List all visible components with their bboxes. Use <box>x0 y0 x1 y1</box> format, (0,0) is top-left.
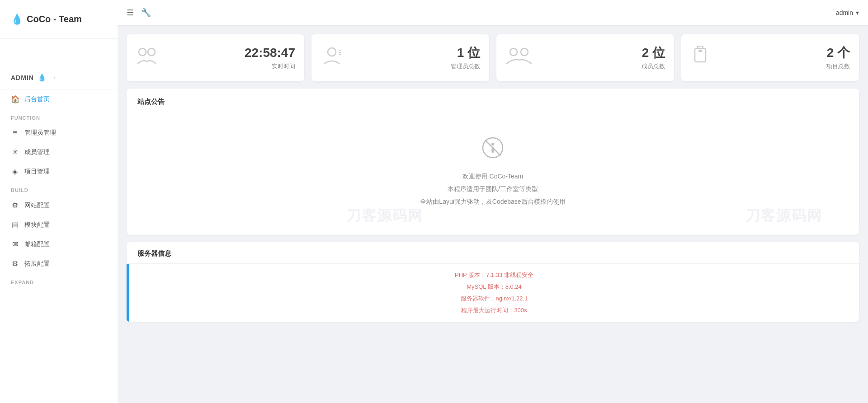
sidebar-item-home-label: 后台首页 <box>24 95 50 103</box>
function-section-label: FUNCTION <box>0 109 118 123</box>
notice-panel-title: 站点公告 <box>137 98 848 111</box>
extend-config-icon: ⚙ <box>11 259 19 268</box>
logo-text: CoCo - Team <box>27 14 82 24</box>
expand-section-label: EXPAND <box>0 273 118 288</box>
username-label: ADMIN <box>11 74 34 81</box>
home-icon: 🏠 <box>11 95 19 103</box>
server-php: PHP 版本：7.1.33 非线程安全 <box>455 271 533 279</box>
email-config-icon: ✉ <box>11 240 19 248</box>
topbar: ☰ 🔧 admin ▾ <box>118 0 868 25</box>
sidebar-item-project-mgmt[interactable]: ◈ 项目管理 <box>0 162 118 181</box>
admin-label: 管理员总数 <box>451 62 480 70</box>
settings-icon[interactable]: 🔧 <box>141 8 151 18</box>
stat-card-time: 22:58:47 实时时间 <box>127 34 304 81</box>
project-mgmt-icon: ◈ <box>11 167 19 176</box>
user-area: ADMIN 💧 → <box>0 66 118 89</box>
sidebar-item-email-label: 邮箱配置 <box>24 240 50 248</box>
server-panel: 服务器信息 PHP 版本：7.1.33 非线程安全 MySQL 版本：8.0.2… <box>127 242 859 322</box>
logo-icon: 💧 <box>11 14 23 25</box>
svg-rect-10 <box>698 50 702 52</box>
svg-point-3 <box>328 48 336 56</box>
site-config-icon: ⚙ <box>11 201 19 210</box>
svg-point-7 <box>510 48 517 56</box>
server-info-content: PHP 版本：7.1.33 非线程安全 MySQL 版本：8.0.24 服务器软… <box>127 264 859 322</box>
dropdown-icon: ▾ <box>856 9 859 16</box>
member-label: 成员总数 <box>642 62 665 70</box>
notice-content: 欢迎使用 CoCo-Team 本程序适用于团队/工作室等类型 全站由Layui强… <box>137 118 848 226</box>
member-value: 2 位 <box>642 45 665 61</box>
server-panel-title: 服务器信息 <box>127 242 859 264</box>
server-software: 服务器软件：nginx/1.22.1 <box>461 295 528 303</box>
sidebar-item-admin-label: 管理员管理 <box>24 129 56 137</box>
stat-card-admin: 1 位 管理员总数 <box>311 34 489 81</box>
time-value: 22:58:47 <box>245 45 295 61</box>
menu-toggle-icon[interactable]: ☰ <box>127 8 134 18</box>
sidebar-item-module-config[interactable]: ▤ 模块配置 <box>0 215 118 234</box>
sidebar-item-module-label: 模块配置 <box>24 221 50 229</box>
member-stat-icon <box>505 47 533 69</box>
stat-card-project: 2 个 项目总数 <box>681 34 859 81</box>
svg-point-8 <box>521 48 528 56</box>
logout-icon[interactable]: → <box>49 74 57 82</box>
water-icon[interactable]: 💧 <box>38 73 47 82</box>
sidebar-item-site-config[interactable]: ⚙ 网站配置 <box>0 196 118 215</box>
admin-value: 1 位 <box>457 45 480 61</box>
project-stat-icon <box>690 46 710 70</box>
sidebar-item-member-mgmt[interactable]: ✳ 成员管理 <box>0 142 118 162</box>
admin-mgmt-icon: ≡ <box>11 129 19 137</box>
sidebar: 💧 CoCo - Team ADMIN 💧 → 🏠 后台首页 FUNCTION … <box>0 0 118 403</box>
time-stat-icon <box>136 47 158 69</box>
project-stat-info: 2 个 项目总数 <box>717 45 850 70</box>
sidebar-item-extend-config[interactable]: ⚙ 拓展配置 <box>0 254 118 273</box>
time-label: 实时时间 <box>272 62 295 70</box>
member-stat-info: 2 位 成员总数 <box>540 45 665 70</box>
time-stat-info: 22:58:47 实时时间 <box>165 45 295 70</box>
notice-icon <box>481 136 504 164</box>
sidebar-item-member-label: 成员管理 <box>24 148 50 156</box>
admin-dropdown[interactable]: admin ▾ <box>836 9 859 16</box>
main-content: ☰ 🔧 admin ▾ 22:58:47 实时时间 <box>118 0 868 403</box>
topbar-left: ☰ 🔧 <box>127 8 151 18</box>
admin-stat-info: 1 位 管理员总数 <box>350 45 480 70</box>
sidebar-item-home[interactable]: 🏠 后台首页 <box>0 89 118 109</box>
admin-stat-icon <box>321 47 343 69</box>
member-mgmt-icon: ✳ <box>11 148 19 156</box>
project-value: 2 个 <box>827 45 850 61</box>
topbar-admin-label: admin <box>836 9 853 16</box>
server-details: PHP 版本：7.1.33 非线程安全 MySQL 版本：8.0.24 服务器软… <box>129 264 859 322</box>
stat-card-member: 2 位 成员总数 <box>496 34 674 81</box>
notice-panel: 站点公告 欢迎使用 CoCo-Team 本程序适用于团队/工作室等类型 全站由L… <box>127 89 859 235</box>
sidebar-item-extend-label: 拓展配置 <box>24 260 50 268</box>
notice-text: 欢迎使用 CoCo-Team 本程序适用于团队/工作室等类型 全站由Layui强… <box>420 170 565 208</box>
svg-rect-14 <box>492 147 494 153</box>
logo-area: 💧 CoCo - Team <box>0 0 118 39</box>
sidebar-item-email-config[interactable]: ✉ 邮箱配置 <box>0 234 118 254</box>
sidebar-item-site-label: 网站配置 <box>24 202 50 210</box>
server-mysql: MySQL 版本：8.0.24 <box>467 283 522 291</box>
svg-point-13 <box>491 143 494 145</box>
project-label: 项目总数 <box>826 62 850 70</box>
server-maxtime: 程序最大运行时间：300s <box>461 306 527 314</box>
stats-row: 22:58:47 实时时间 1 位 管理员总数 <box>118 25 868 81</box>
build-section-label: BUILD <box>0 181 118 196</box>
sidebar-item-project-label: 项目管理 <box>24 168 50 176</box>
module-config-icon: ▤ <box>11 220 19 229</box>
sidebar-item-admin-mgmt[interactable]: ≡ 管理员管理 <box>0 123 118 142</box>
